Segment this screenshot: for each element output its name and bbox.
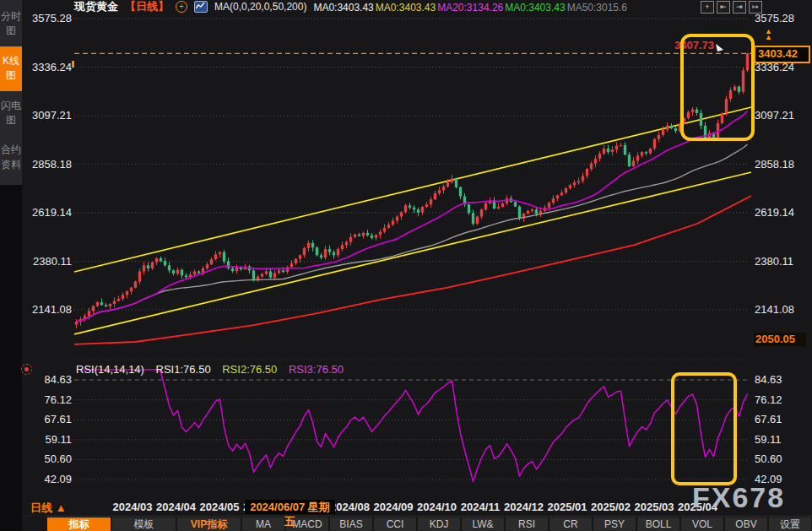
- tab-KDJ[interactable]: KDJ: [418, 517, 460, 531]
- price-line-edge-tick: [72, 61, 74, 68]
- axis-label: 3097.21: [25, 109, 72, 122]
- axis-label: 67.61: [25, 413, 72, 425]
- header-toolbar: +⇤⇥↦: [701, 1, 762, 14]
- rsi1-value: RSI1:76.50: [156, 363, 211, 376]
- indicator-dot-icon[interactable]: [21, 364, 32, 375]
- ma-value-4: MA50:3015.6: [567, 2, 627, 14]
- add-indicator-icon[interactable]: +: [176, 1, 187, 13]
- ma-settings-label: MA(0,0,20,0,50,200): [214, 1, 306, 13]
- watermark: FX678: [692, 481, 785, 514]
- tab-BOLL[interactable]: BOLL: [637, 517, 679, 531]
- tab-指标[interactable]: 指标: [47, 517, 111, 531]
- axis-label: 76.12: [25, 393, 72, 406]
- x-axis-month-8: 2024/11: [457, 501, 504, 513]
- axis-label: 3575.28: [755, 12, 809, 24]
- date-tooltip: 2024/06/07 星期五: [245, 500, 335, 514]
- sidebar-item-3[interactable]: 合约资料: [0, 135, 22, 180]
- tab-VIP指标[interactable]: VIP指标: [177, 517, 241, 531]
- axis-label: 2619.14: [25, 206, 72, 219]
- period-tag: 【日线】: [125, 0, 169, 14]
- rsi-title: RSI(14,14,14): [76, 363, 144, 376]
- sidebar-items: 分时图K线图闪电图合约资料: [0, 0, 22, 185]
- ma-values: MA0:3403.43MA0:3403.43MA20:3134.26MA0:34…: [313, 0, 629, 14]
- session-high-annotation: 3407.73: [673, 39, 716, 51]
- x-axis-month-9: 2024/12: [501, 501, 548, 513]
- x-axis-month-6: 2024/09: [370, 501, 417, 513]
- compress-left-icon[interactable]: ⇤: [717, 1, 730, 14]
- axis-label: 3575.28: [25, 12, 72, 24]
- marker-layer: [716, 44, 723, 51]
- candles-layer: [75, 52, 749, 328]
- x-axis-month-11: 2025/02: [587, 501, 635, 513]
- tab-BIAS[interactable]: BIAS: [330, 517, 372, 531]
- compress-right-icon[interactable]: ⇥: [733, 1, 746, 14]
- last-price-tag: 3403.42: [754, 46, 810, 63]
- chart-header: 现货黄金 【日线】 + MA(0,0,20,0,50,200) MA0:3403…: [74, 0, 629, 14]
- ma-layer: [77, 111, 748, 322]
- tab-模板[interactable]: 模板: [112, 517, 176, 531]
- rsi2-value: RSI2:76.50: [222, 363, 277, 376]
- tab-CCI[interactable]: CCI: [374, 517, 416, 531]
- x-axis-month-1: 2024/04: [153, 501, 200, 513]
- x-axis-month-7: 2024/10: [414, 501, 461, 513]
- period-selector[interactable]: 日线 ▲: [30, 501, 67, 516]
- ma-value-3: MA0:3403.43: [505, 2, 565, 14]
- axis-label: 42.09: [25, 473, 72, 485]
- x-axis-month-2: 2024/05: [196, 501, 243, 513]
- axis-label: 84.63: [755, 373, 809, 386]
- tab-OBV[interactable]: OBV: [725, 517, 767, 531]
- axis-label: 84.63: [25, 373, 72, 386]
- tab-RSI[interactable]: RSI: [506, 517, 548, 531]
- symbol-title: 现货黄金: [74, 0, 118, 14]
- axis-label: 50.60: [755, 452, 809, 465]
- x-axis-month-10: 2025/01: [544, 501, 591, 513]
- sidebar-item-0[interactable]: 分时图: [0, 2, 22, 46]
- dropdown-arrow-icon: ▲: [56, 501, 67, 514]
- axis-label: 2858.18: [25, 158, 72, 171]
- crosshair-icon[interactable]: +: [701, 1, 714, 14]
- ma-value-0: MA0:3403.43: [313, 2, 373, 14]
- x-axis-month-0: 2024/03: [109, 501, 156, 513]
- ma-value-2: MA20:3134.26: [437, 2, 503, 14]
- tab-PSY[interactable]: PSY: [593, 517, 636, 531]
- axis-label: 2380.11: [25, 255, 72, 268]
- left-sidebar: 分时图K线图闪电图合约资料: [0, 0, 22, 531]
- chart-low-tag: 2050.05: [754, 333, 806, 346]
- axis-label: 59.11: [25, 433, 72, 446]
- ma-value-1: MA0:3403.43: [376, 2, 436, 14]
- rsi-header: RSI(14,14,14) RSI1:76.50 RSI2:76.50 RSI3…: [76, 363, 352, 376]
- x-axis-month-12: 2025/03: [631, 501, 678, 513]
- channel-layer: [74, 107, 751, 334]
- axis-label: 50.60: [25, 452, 72, 465]
- axis-label: 3336.24: [25, 61, 72, 73]
- tab-设置[interactable]: 设置: [769, 517, 811, 531]
- chart-app-window: 分时图K线图闪电图合约资料 现货黄金 【日线】 + MA(0,0,20,0,50…: [0, 0, 812, 531]
- chart-canvas[interactable]: [0, 0, 812, 531]
- ma200-layer: [74, 196, 751, 344]
- sidebar-item-1[interactable]: K线图: [0, 46, 22, 91]
- rsi-layer: [81, 370, 748, 481]
- axis-label: 67.61: [755, 413, 809, 425]
- axis-label: 76.12: [755, 393, 809, 406]
- axis-label: 2380.11: [755, 255, 809, 268]
- grid-layer: [0, 19, 812, 516]
- tab-LW&[interactable]: LW&: [462, 517, 504, 531]
- indicator-chart-icon[interactable]: [194, 1, 208, 13]
- price-up-arrow-icon: ▲▲: [765, 29, 772, 41]
- axis-label: 59.11: [755, 433, 809, 446]
- axis-label: 2141.08: [25, 303, 72, 316]
- tab-VOL[interactable]: VOL: [681, 517, 723, 531]
- indicator-tab-bar: 指标模板VIP指标MAMACDBIASCCIKDJLW&RSICRPSYBOLL…: [46, 516, 812, 531]
- axis-label: 3097.21: [755, 109, 809, 122]
- axis-label: 2141.08: [755, 303, 809, 316]
- sidebar-item-2[interactable]: 闪电图: [0, 91, 22, 136]
- rsi3-value: RSI3:76.50: [289, 363, 344, 376]
- tab-MA[interactable]: MA: [242, 517, 284, 531]
- axis-label: 2619.14: [755, 206, 809, 219]
- axis-label: 2858.18: [755, 158, 809, 171]
- tab-CR[interactable]: CR: [549, 517, 592, 531]
